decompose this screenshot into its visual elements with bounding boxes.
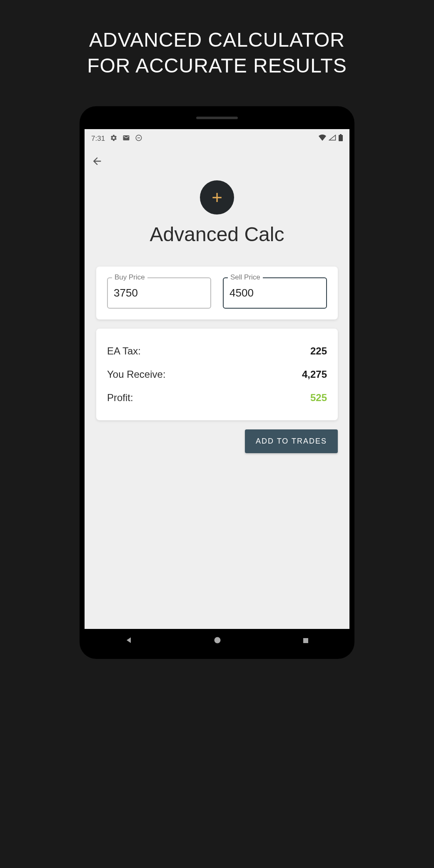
nav-back-icon[interactable] — [125, 636, 133, 647]
results-card: EA Tax: 225 You Receive: 4,275 Profit: 5… — [96, 329, 338, 420]
ea-tax-label: EA Tax: — [107, 345, 141, 357]
promo-headline: ADVANCED CALCULATOR FOR ACCURATE RESULTS — [0, 0, 434, 79]
sell-price-field-wrapper: Sell Price — [223, 277, 327, 309]
you-receive-value: 4,275 — [302, 369, 327, 380]
back-arrow-icon[interactable] — [91, 157, 103, 170]
sell-price-label: Sell Price — [228, 273, 263, 282]
mail-icon — [122, 134, 130, 144]
app-bar — [85, 147, 349, 170]
profit-value: 525 — [310, 392, 327, 404]
svg-rect-1 — [339, 135, 343, 141]
add-to-trades-button[interactable]: ADD TO TRADES — [245, 429, 338, 453]
wifi-icon — [319, 135, 326, 143]
profit-label: Profit: — [107, 392, 133, 404]
promo-line-1: ADVANCED CALCULATOR — [0, 27, 434, 53]
status-time: 7:31 — [91, 135, 105, 143]
buy-price-input[interactable] — [107, 277, 211, 309]
nav-home-icon[interactable] — [213, 636, 222, 647]
page-title: Advanced Calc — [85, 223, 349, 246]
price-input-card: Buy Price Sell Price — [96, 267, 338, 319]
add-fab-button[interactable]: + — [200, 180, 234, 215]
phone-speaker — [196, 117, 238, 119]
android-nav-bar — [85, 629, 349, 654]
nav-recent-icon[interactable] — [302, 636, 309, 647]
gear-icon — [110, 134, 117, 144]
you-receive-label: You Receive: — [107, 369, 166, 380]
buy-price-label: Buy Price — [112, 273, 147, 282]
status-bar: 7:31 — [85, 129, 349, 147]
buy-price-field-wrapper: Buy Price — [107, 277, 211, 309]
promo-line-2: FOR ACCURATE RESULTS — [0, 53, 434, 79]
plus-icon: + — [212, 187, 222, 208]
phone-frame: 7:31 — [80, 106, 354, 659]
battery-icon — [339, 134, 343, 143]
svg-point-3 — [214, 637, 220, 643]
sell-price-input[interactable] — [223, 277, 327, 309]
sync-icon — [135, 134, 142, 144]
ea-tax-value: 225 — [310, 345, 327, 357]
svg-rect-4 — [303, 638, 308, 643]
svg-rect-2 — [340, 134, 342, 135]
signal-icon — [329, 135, 336, 143]
ea-tax-row: EA Tax: 225 — [107, 339, 327, 363]
profit-row: Profit: 525 — [107, 386, 327, 409]
app-screen: 7:31 — [85, 129, 349, 629]
you-receive-row: You Receive: 4,275 — [107, 363, 327, 386]
